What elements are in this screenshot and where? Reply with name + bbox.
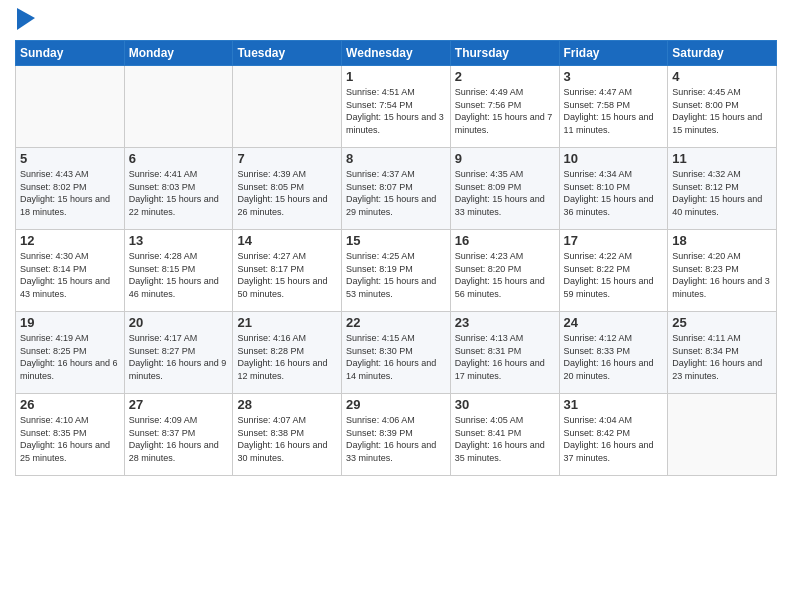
calendar-cell (124, 66, 233, 148)
cell-info-line: Sunrise: 4:11 AM (672, 332, 772, 345)
cell-info-line: Sunrise: 4:06 AM (346, 414, 446, 427)
cell-info-line: Sunset: 8:37 PM (129, 427, 229, 440)
cell-info-line: Daylight: 15 hours and 15 minutes. (672, 111, 772, 136)
day-number: 23 (455, 315, 555, 330)
cell-info-line: Daylight: 15 hours and 11 minutes. (564, 111, 664, 136)
cell-info-line: Daylight: 16 hours and 12 minutes. (237, 357, 337, 382)
cell-info-line: Daylight: 15 hours and 53 minutes. (346, 275, 446, 300)
day-number: 5 (20, 151, 120, 166)
day-number: 30 (455, 397, 555, 412)
cell-info-line: Daylight: 16 hours and 30 minutes. (237, 439, 337, 464)
cell-info-line: Daylight: 16 hours and 17 minutes. (455, 357, 555, 382)
calendar-cell: 31Sunrise: 4:04 AMSunset: 8:42 PMDayligh… (559, 394, 668, 476)
logo-icon (17, 8, 35, 30)
cell-info-line: Sunrise: 4:34 AM (564, 168, 664, 181)
calendar-cell: 26Sunrise: 4:10 AMSunset: 8:35 PMDayligh… (16, 394, 125, 476)
cell-info-line: Daylight: 16 hours and 20 minutes. (564, 357, 664, 382)
cell-info-line: Sunrise: 4:05 AM (455, 414, 555, 427)
cell-info-line: Sunrise: 4:13 AM (455, 332, 555, 345)
cell-info-line: Daylight: 15 hours and 3 minutes. (346, 111, 446, 136)
calendar-week-row: 12Sunrise: 4:30 AMSunset: 8:14 PMDayligh… (16, 230, 777, 312)
cell-info-line: Daylight: 16 hours and 37 minutes. (564, 439, 664, 464)
cell-info-line: Sunset: 8:34 PM (672, 345, 772, 358)
cell-info-line: Sunset: 8:33 PM (564, 345, 664, 358)
cell-info-line: Daylight: 15 hours and 22 minutes. (129, 193, 229, 218)
header (15, 10, 777, 32)
cell-info-line: Sunrise: 4:45 AM (672, 86, 772, 99)
calendar-cell: 22Sunrise: 4:15 AMSunset: 8:30 PMDayligh… (342, 312, 451, 394)
day-number: 31 (564, 397, 664, 412)
day-number: 21 (237, 315, 337, 330)
calendar-week-row: 19Sunrise: 4:19 AMSunset: 8:25 PMDayligh… (16, 312, 777, 394)
day-number: 25 (672, 315, 772, 330)
cell-info-line: Sunset: 8:30 PM (346, 345, 446, 358)
cell-info-line: Daylight: 15 hours and 18 minutes. (20, 193, 120, 218)
calendar-cell (668, 394, 777, 476)
weekday-header-tuesday: Tuesday (233, 41, 342, 66)
cell-info-line: Sunset: 8:22 PM (564, 263, 664, 276)
cell-info-line: Sunset: 8:09 PM (455, 181, 555, 194)
day-number: 16 (455, 233, 555, 248)
cell-info-line: Sunset: 8:39 PM (346, 427, 446, 440)
calendar-cell: 27Sunrise: 4:09 AMSunset: 8:37 PMDayligh… (124, 394, 233, 476)
calendar-week-row: 1Sunrise: 4:51 AMSunset: 7:54 PMDaylight… (16, 66, 777, 148)
calendar-cell: 29Sunrise: 4:06 AMSunset: 8:39 PMDayligh… (342, 394, 451, 476)
cell-info-line: Sunrise: 4:16 AM (237, 332, 337, 345)
calendar-cell: 16Sunrise: 4:23 AMSunset: 8:20 PMDayligh… (450, 230, 559, 312)
cell-info-line: Daylight: 15 hours and 26 minutes. (237, 193, 337, 218)
cell-info-line: Daylight: 15 hours and 46 minutes. (129, 275, 229, 300)
cell-info-line: Sunrise: 4:20 AM (672, 250, 772, 263)
calendar-cell: 9Sunrise: 4:35 AMSunset: 8:09 PMDaylight… (450, 148, 559, 230)
cell-info-line: Daylight: 15 hours and 50 minutes. (237, 275, 337, 300)
day-number: 24 (564, 315, 664, 330)
cell-info-line: Sunset: 8:38 PM (237, 427, 337, 440)
day-number: 18 (672, 233, 772, 248)
cell-info-line: Sunrise: 4:19 AM (20, 332, 120, 345)
cell-info-line: Sunrise: 4:51 AM (346, 86, 446, 99)
calendar-cell: 13Sunrise: 4:28 AMSunset: 8:15 PMDayligh… (124, 230, 233, 312)
cell-info-line: Sunset: 7:54 PM (346, 99, 446, 112)
day-number: 9 (455, 151, 555, 166)
calendar-cell: 12Sunrise: 4:30 AMSunset: 8:14 PMDayligh… (16, 230, 125, 312)
cell-info-line: Daylight: 16 hours and 9 minutes. (129, 357, 229, 382)
calendar-cell: 14Sunrise: 4:27 AMSunset: 8:17 PMDayligh… (233, 230, 342, 312)
cell-info-line: Sunrise: 4:25 AM (346, 250, 446, 263)
cell-info-line: Daylight: 16 hours and 6 minutes. (20, 357, 120, 382)
cell-info-line: Daylight: 16 hours and 35 minutes. (455, 439, 555, 464)
day-number: 7 (237, 151, 337, 166)
weekday-header-friday: Friday (559, 41, 668, 66)
page: SundayMondayTuesdayWednesdayThursdayFrid… (0, 0, 792, 612)
cell-info-line: Daylight: 16 hours and 14 minutes. (346, 357, 446, 382)
cell-info-line: Sunset: 8:00 PM (672, 99, 772, 112)
cell-info-line: Sunset: 8:02 PM (20, 181, 120, 194)
calendar-cell: 28Sunrise: 4:07 AMSunset: 8:38 PMDayligh… (233, 394, 342, 476)
cell-info-line: Sunrise: 4:23 AM (455, 250, 555, 263)
calendar-cell: 19Sunrise: 4:19 AMSunset: 8:25 PMDayligh… (16, 312, 125, 394)
cell-info-line: Sunrise: 4:35 AM (455, 168, 555, 181)
cell-info-line: Daylight: 15 hours and 43 minutes. (20, 275, 120, 300)
cell-info-line: Daylight: 16 hours and 28 minutes. (129, 439, 229, 464)
calendar-cell (16, 66, 125, 148)
calendar-cell: 11Sunrise: 4:32 AMSunset: 8:12 PMDayligh… (668, 148, 777, 230)
day-number: 19 (20, 315, 120, 330)
cell-info-line: Sunrise: 4:09 AM (129, 414, 229, 427)
cell-info-line: Sunset: 8:28 PM (237, 345, 337, 358)
cell-info-line: Sunrise: 4:30 AM (20, 250, 120, 263)
calendar-cell: 8Sunrise: 4:37 AMSunset: 8:07 PMDaylight… (342, 148, 451, 230)
cell-info-line: Sunrise: 4:12 AM (564, 332, 664, 345)
cell-info-line: Sunset: 8:10 PM (564, 181, 664, 194)
cell-info-line: Daylight: 15 hours and 40 minutes. (672, 193, 772, 218)
cell-info-line: Sunset: 8:41 PM (455, 427, 555, 440)
calendar-cell: 18Sunrise: 4:20 AMSunset: 8:23 PMDayligh… (668, 230, 777, 312)
calendar-table: SundayMondayTuesdayWednesdayThursdayFrid… (15, 40, 777, 476)
weekday-header-monday: Monday (124, 41, 233, 66)
cell-info-line: Sunset: 8:42 PM (564, 427, 664, 440)
day-number: 26 (20, 397, 120, 412)
cell-info-line: Sunrise: 4:43 AM (20, 168, 120, 181)
day-number: 1 (346, 69, 446, 84)
svg-marker-0 (17, 8, 35, 30)
calendar-cell: 10Sunrise: 4:34 AMSunset: 8:10 PMDayligh… (559, 148, 668, 230)
cell-info-line: Sunrise: 4:39 AM (237, 168, 337, 181)
calendar-cell: 1Sunrise: 4:51 AMSunset: 7:54 PMDaylight… (342, 66, 451, 148)
day-number: 11 (672, 151, 772, 166)
